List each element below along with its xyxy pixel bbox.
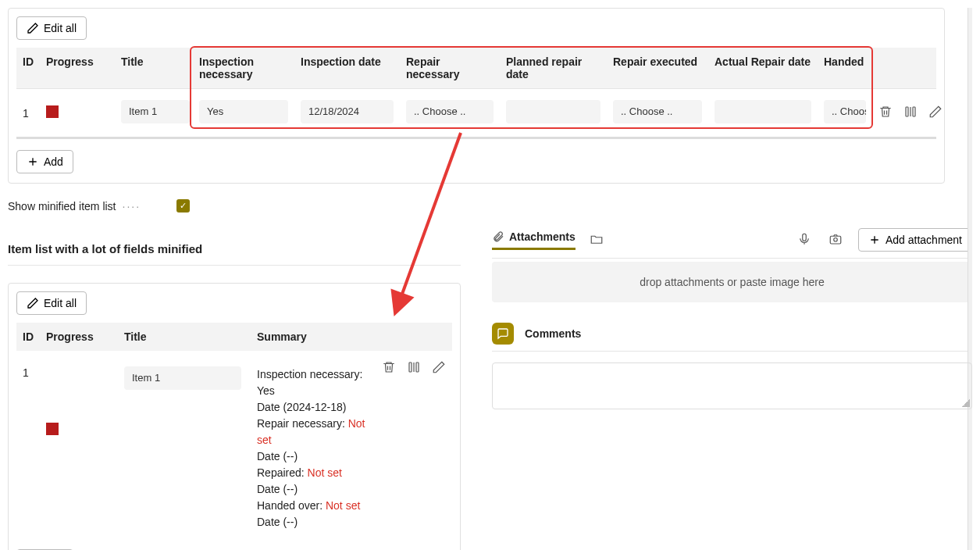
- cell-progress: [40, 359, 118, 499]
- progress-indicator-icon: [46, 423, 59, 435]
- repair-necessary-select[interactable]: .. Choose ..: [406, 100, 494, 123]
- col-summary: Summary: [251, 323, 382, 351]
- col-repair-executed: Repair executed: [607, 48, 708, 88]
- comments-textarea[interactable]: [492, 362, 972, 409]
- edit-all-label: Edit all: [44, 22, 77, 34]
- inspection-date-input[interactable]: 12/18/2024: [301, 100, 394, 123]
- title-input[interactable]: Item 1: [121, 100, 190, 123]
- col-title: Title: [118, 323, 251, 351]
- item-list-panel-full: Edit all ID Progress Title Inspection ne…: [8, 8, 945, 184]
- tab-attachments-label: Attachments: [509, 230, 576, 243]
- minified-checkbox[interactable]: ✓: [176, 199, 190, 212]
- svg-rect-5: [830, 236, 841, 244]
- col-actual-repair-date: Actual Repair date: [708, 48, 818, 88]
- plus-icon: [27, 155, 39, 168]
- col-progress: Progress: [40, 323, 118, 351]
- trash-icon: [878, 105, 893, 119]
- attachments-header: Attachments Add attachment: [492, 228, 972, 259]
- svg-rect-3: [416, 362, 419, 372]
- add-row-label: Add: [44, 155, 63, 168]
- svg-rect-0: [906, 107, 908, 116]
- delete-row-button[interactable]: [877, 103, 894, 123]
- minified-section-title: Item list with a lot of fields minified: [8, 242, 461, 255]
- svg-rect-4: [803, 234, 807, 241]
- comments-icon: [492, 323, 514, 345]
- mic-icon: [797, 232, 811, 246]
- summary-text: Inspection necessary: Yes Date (2024-12-…: [257, 366, 369, 530]
- col-id: ID: [16, 48, 40, 88]
- pencil-icon: [928, 105, 943, 119]
- col-inspection-date: Inspection date: [294, 48, 400, 88]
- edit-all-button[interactable]: Edit all: [16, 16, 87, 40]
- cell-id: 1: [16, 99, 40, 127]
- comments-title: Comments: [525, 327, 581, 340]
- edit-row-button[interactable]: [430, 359, 447, 378]
- table-row: 1 Item 1 Yes 12/18/2024 .. Choose .. .. …: [16, 89, 936, 139]
- add-row-button[interactable]: Add: [16, 150, 73, 173]
- item-list-panel-minified: Edit all ID Progress Title Summary 1 Ite…: [8, 283, 461, 550]
- progress-indicator-icon: [46, 105, 59, 118]
- camera-button[interactable]: [827, 230, 844, 250]
- columns-row-button[interactable]: [902, 103, 919, 123]
- show-minified-toggle: Show minified item list ···· ✓: [8, 199, 972, 212]
- col-actions: [382, 323, 452, 351]
- toggle-label: Show minified item list: [8, 200, 116, 212]
- comments-header: Comments: [492, 323, 972, 352]
- camera-icon: [829, 232, 843, 246]
- attachment-drop-zone[interactable]: drop attachments or paste image here: [492, 262, 972, 302]
- mini-table-row: 1 Item 1 Inspection necessary: Yes Date …: [16, 351, 452, 538]
- inspection-necessary-select[interactable]: Yes: [199, 100, 288, 123]
- svg-point-6: [834, 238, 838, 241]
- col-repair-necessary: Repair necessary: [400, 48, 500, 88]
- add-attachment-button[interactable]: Add attachment: [858, 228, 972, 252]
- title-input[interactable]: Item 1: [124, 366, 241, 390]
- pencil-icon: [27, 297, 39, 309]
- col-id: ID: [16, 323, 40, 351]
- cell-progress: [40, 98, 115, 128]
- tab-attachments[interactable]: Attachments: [492, 230, 576, 250]
- section-divider: [8, 265, 461, 266]
- pencil-icon: [432, 360, 446, 374]
- plus-icon: [868, 234, 881, 246]
- col-progress: Progress: [40, 48, 115, 88]
- col-title: Title: [115, 48, 193, 88]
- edit-all-label: Edit all: [44, 297, 77, 309]
- add-attachment-label: Add attachment: [886, 234, 962, 246]
- paperclip-icon: [492, 230, 504, 243]
- repair-executed-select[interactable]: .. Choose ..: [613, 100, 702, 123]
- handed-select[interactable]: .. Choos: [824, 100, 866, 123]
- actual-repair-date-input[interactable]: [715, 100, 811, 123]
- cell-id: 1: [16, 359, 40, 538]
- trash-icon: [382, 360, 396, 374]
- col-handed: Handed: [818, 48, 872, 88]
- col-inspection-necessary: Inspection necessary: [193, 48, 294, 88]
- toggle-dots-icon: ····: [123, 200, 141, 212]
- col-actions: [872, 48, 945, 88]
- svg-rect-2: [409, 362, 412, 372]
- folder-icon: [590, 232, 604, 246]
- table-header-row: ID Progress Title Inspection necessary I…: [16, 48, 936, 89]
- items-table-full: ID Progress Title Inspection necessary I…: [16, 48, 936, 139]
- columns-icon: [407, 360, 421, 374]
- mic-button[interactable]: [796, 230, 813, 250]
- page-scroll-gutter: [968, 8, 972, 550]
- edit-row-button[interactable]: [927, 103, 944, 123]
- columns-icon: [903, 105, 918, 119]
- planned-repair-date-input[interactable]: [506, 100, 600, 123]
- delete-row-button[interactable]: [380, 359, 397, 378]
- edit-all-button-mini[interactable]: Edit all: [16, 291, 87, 315]
- col-planned-repair-date: Planned repair date: [500, 48, 607, 88]
- svg-rect-1: [913, 107, 915, 116]
- columns-row-button[interactable]: [405, 359, 422, 378]
- pencil-icon: [27, 22, 39, 34]
- folder-tab-button[interactable]: [588, 230, 605, 250]
- mini-table-header: ID Progress Title Summary: [16, 323, 452, 351]
